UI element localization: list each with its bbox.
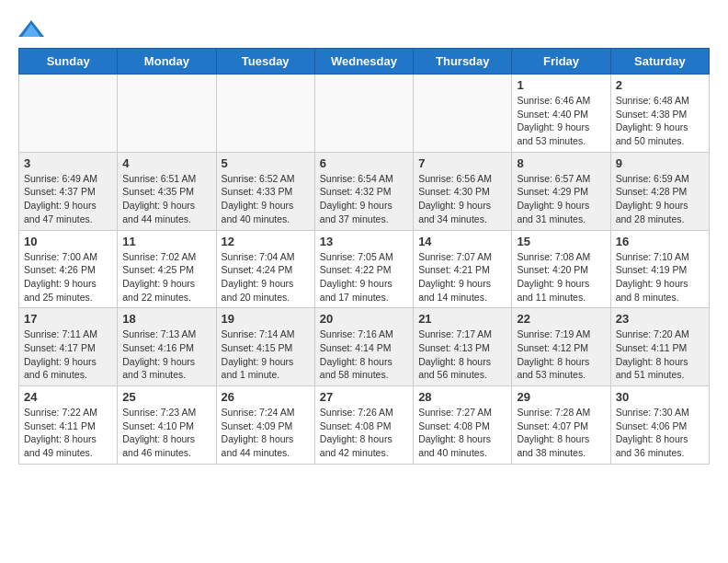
cell-text: Sunrise: 7:23 AM Sunset: 4:10 PM Dayligh… [122,406,210,460]
cell-text: Sunrise: 7:17 AM Sunset: 4:13 PM Dayligh… [418,327,506,382]
cell-text: Sunrise: 7:22 AM Sunset: 4:11 PM Dayligh… [24,406,112,460]
day-number: 8 [517,156,605,170]
calendar-cell: 15Sunrise: 7:08 AM Sunset: 4:20 PM Dayli… [512,230,610,308]
header-sunday: Sunday [19,49,118,75]
day-number: 10 [24,235,112,248]
cell-text: Sunrise: 7:30 AM Sunset: 4:06 PM Dayligh… [616,406,704,460]
calendar-cell: 2Sunrise: 6:48 AM Sunset: 4:38 PM Daylig… [610,75,709,153]
header-saturday: Saturday [610,49,709,75]
day-number: 28 [418,390,506,404]
calendar-cell: 10Sunrise: 7:00 AM Sunset: 4:26 PM Dayli… [19,230,118,308]
cell-text: Sunrise: 7:05 AM Sunset: 4:22 PM Dayligh… [320,250,408,304]
calendar-cell: 13Sunrise: 7:05 AM Sunset: 4:22 PM Dayli… [314,230,413,308]
calendar-cell: 27Sunrise: 7:26 AM Sunset: 4:08 PM Dayli… [314,386,413,465]
day-number: 2 [616,78,704,92]
calendar-cell: 16Sunrise: 7:10 AM Sunset: 4:19 PM Dayli… [610,230,709,308]
cell-text: Sunrise: 7:13 AM Sunset: 4:16 PM Dayligh… [122,327,210,382]
day-number: 9 [616,156,704,170]
calendar-cell: 29Sunrise: 7:28 AM Sunset: 4:07 PM Dayli… [512,386,610,465]
day-number: 27 [320,390,408,404]
day-number: 13 [320,235,408,248]
cell-text: Sunrise: 7:24 AM Sunset: 4:09 PM Dayligh… [222,406,310,460]
cell-text: Sunrise: 7:11 AM Sunset: 4:17 PM Dayligh… [24,327,112,382]
calendar-cell: 23Sunrise: 7:20 AM Sunset: 4:11 PM Dayli… [610,308,709,386]
cell-text: Sunrise: 6:46 AM Sunset: 4:40 PM Dayligh… [517,94,605,148]
calendar-cell: 3Sunrise: 6:49 AM Sunset: 4:37 PM Daylig… [19,152,118,230]
day-number: 26 [222,390,310,404]
cell-text: Sunrise: 6:56 AM Sunset: 4:30 PM Dayligh… [418,172,506,226]
cell-text: Sunrise: 6:48 AM Sunset: 4:38 PM Dayligh… [616,94,704,148]
day-number: 5 [222,156,310,170]
day-number: 6 [320,156,408,170]
logo-icon [18,18,44,39]
calendar-table: SundayMondayTuesdayWednesdayThursdayFrid… [18,48,710,465]
calendar-cell: 7Sunrise: 6:56 AM Sunset: 4:30 PM Daylig… [414,152,512,230]
calendar-cell: 25Sunrise: 7:23 AM Sunset: 4:10 PM Dayli… [118,386,216,465]
calendar-cell [118,75,216,153]
cell-text: Sunrise: 6:51 AM Sunset: 4:35 PM Dayligh… [122,172,210,226]
cell-text: Sunrise: 7:08 AM Sunset: 4:20 PM Dayligh… [517,250,605,304]
calendar-cell: 4Sunrise: 6:51 AM Sunset: 4:35 PM Daylig… [118,152,216,230]
calendar-cell [414,75,512,153]
calendar-cell: 8Sunrise: 6:57 AM Sunset: 4:29 PM Daylig… [512,152,610,230]
header-thursday: Thursday [414,49,512,75]
day-number: 1 [517,78,605,92]
calendar-row-1: 3Sunrise: 6:49 AM Sunset: 4:37 PM Daylig… [19,152,710,230]
calendar-cell: 14Sunrise: 7:07 AM Sunset: 4:21 PM Dayli… [414,230,512,308]
header-row: SundayMondayTuesdayWednesdayThursdayFrid… [19,49,710,75]
calendar-cell: 22Sunrise: 7:19 AM Sunset: 4:12 PM Dayli… [512,308,610,386]
day-number: 24 [24,390,112,404]
calendar-row-0: 1Sunrise: 6:46 AM Sunset: 4:40 PM Daylig… [19,75,710,153]
calendar-row-3: 17Sunrise: 7:11 AM Sunset: 4:17 PM Dayli… [19,308,710,386]
day-number: 17 [24,312,112,326]
cell-text: Sunrise: 7:28 AM Sunset: 4:07 PM Dayligh… [517,406,605,460]
calendar-cell [216,75,314,153]
day-number: 3 [24,156,112,170]
cell-text: Sunrise: 6:57 AM Sunset: 4:29 PM Dayligh… [517,172,605,226]
cell-text: Sunrise: 7:14 AM Sunset: 4:15 PM Dayligh… [222,327,310,382]
day-number: 7 [418,156,506,170]
day-number: 23 [616,312,704,326]
day-number: 22 [517,312,605,326]
day-number: 20 [320,312,408,326]
calendar-cell [314,75,413,153]
cell-text: Sunrise: 7:04 AM Sunset: 4:24 PM Dayligh… [222,250,310,304]
calendar-row-4: 24Sunrise: 7:22 AM Sunset: 4:11 PM Dayli… [19,386,710,465]
cell-text: Sunrise: 7:19 AM Sunset: 4:12 PM Dayligh… [517,327,605,382]
calendar-cell: 30Sunrise: 7:30 AM Sunset: 4:06 PM Dayli… [610,386,709,465]
calendar-cell: 19Sunrise: 7:14 AM Sunset: 4:15 PM Dayli… [216,308,314,386]
cell-text: Sunrise: 7:00 AM Sunset: 4:26 PM Dayligh… [24,250,112,304]
cell-text: Sunrise: 7:26 AM Sunset: 4:08 PM Dayligh… [320,406,408,460]
cell-text: Sunrise: 6:52 AM Sunset: 4:33 PM Dayligh… [222,172,310,226]
day-number: 14 [418,235,506,248]
calendar-cell: 17Sunrise: 7:11 AM Sunset: 4:17 PM Dayli… [19,308,118,386]
header-monday: Monday [118,49,216,75]
day-number: 15 [517,235,605,248]
header-tuesday: Tuesday [216,49,314,75]
header-wednesday: Wednesday [314,49,413,75]
calendar-cell: 11Sunrise: 7:02 AM Sunset: 4:25 PM Dayli… [118,230,216,308]
calendar-cell: 12Sunrise: 7:04 AM Sunset: 4:24 PM Dayli… [216,230,314,308]
calendar-cell: 24Sunrise: 7:22 AM Sunset: 4:11 PM Dayli… [19,386,118,465]
calendar-cell [19,75,118,153]
page-header [18,18,710,39]
calendar-cell: 5Sunrise: 6:52 AM Sunset: 4:33 PM Daylig… [216,152,314,230]
calendar-cell: 28Sunrise: 7:27 AM Sunset: 4:08 PM Dayli… [414,386,512,465]
logo [18,18,48,39]
calendar-body: 1Sunrise: 6:46 AM Sunset: 4:40 PM Daylig… [19,75,710,465]
cell-text: Sunrise: 7:16 AM Sunset: 4:14 PM Dayligh… [320,327,408,382]
cell-text: Sunrise: 6:59 AM Sunset: 4:28 PM Dayligh… [616,172,704,226]
day-number: 29 [517,390,605,404]
calendar-cell: 1Sunrise: 6:46 AM Sunset: 4:40 PM Daylig… [512,75,610,153]
cell-text: Sunrise: 7:20 AM Sunset: 4:11 PM Dayligh… [616,327,704,382]
calendar-row-2: 10Sunrise: 7:00 AM Sunset: 4:26 PM Dayli… [19,230,710,308]
cell-text: Sunrise: 6:49 AM Sunset: 4:37 PM Dayligh… [24,172,112,226]
day-number: 30 [616,390,704,404]
calendar-cell: 21Sunrise: 7:17 AM Sunset: 4:13 PM Dayli… [414,308,512,386]
cell-text: Sunrise: 7:02 AM Sunset: 4:25 PM Dayligh… [122,250,210,304]
day-number: 19 [222,312,310,326]
day-number: 11 [122,235,210,248]
calendar-header: SundayMondayTuesdayWednesdayThursdayFrid… [19,49,710,75]
cell-text: Sunrise: 7:10 AM Sunset: 4:19 PM Dayligh… [616,250,704,304]
header-friday: Friday [512,49,610,75]
